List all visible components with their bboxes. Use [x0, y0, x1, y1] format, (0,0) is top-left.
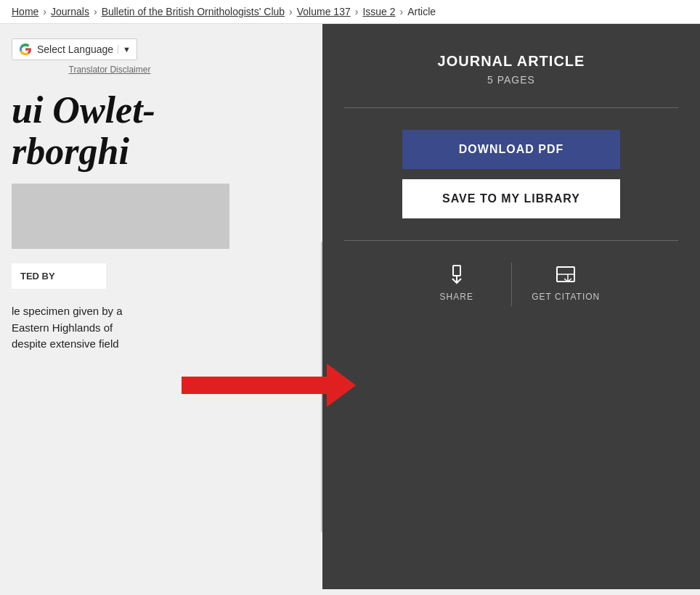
translate-dropdown-arrow: ▼	[118, 45, 131, 54]
breadcrumb-sep-1: ›	[43, 6, 46, 17]
article-body-text: le specimen given by a Eastern Highlands…	[12, 303, 309, 353]
breadcrumb-article: Article	[407, 6, 436, 17]
google-logo	[18, 42, 33, 57]
svg-rect-0	[453, 266, 460, 276]
breadcrumb-sep-2: ›	[94, 6, 97, 17]
breadcrumb-sep-5: ›	[400, 6, 404, 17]
article-title-line2: rborghi	[12, 131, 129, 172]
body-line3: despite extensive field	[12, 336, 309, 353]
body-line2: Eastern Highlands of	[12, 320, 309, 337]
breadcrumb-home[interactable]: Home	[12, 6, 38, 17]
breadcrumb: Home › Journals › Bulletin of the Britis…	[0, 0, 700, 24]
main-layout: Select Language ▼ Translator Disclaimer …	[0, 24, 700, 589]
pages-label: 5 PAGES	[487, 74, 535, 86]
share-label: SHARE	[440, 292, 473, 302]
breadcrumb-sep-4: ›	[355, 6, 359, 17]
share-action[interactable]: SHARE	[402, 263, 511, 302]
breadcrumb-issue[interactable]: Issue 2	[362, 6, 395, 17]
cited-by-section: TED BY	[12, 263, 106, 289]
breadcrumb-journal-name[interactable]: Bulletin of the British Ornithologists' …	[102, 6, 285, 17]
left-panel: Select Language ▼ Translator Disclaimer …	[0, 24, 321, 589]
content-placeholder-block	[12, 184, 229, 249]
translator-disclaimer-link[interactable]: Translator Disclaimer	[12, 65, 208, 75]
breadcrumb-volume[interactable]: Volume 137	[297, 6, 351, 17]
divider-top	[344, 107, 678, 108]
translate-label: Select Language	[37, 44, 113, 55]
action-row: SHARE GET CITATION	[402, 263, 620, 306]
article-title: ui Owlet- rborghi	[12, 89, 309, 172]
divider-bottom	[344, 240, 678, 241]
share-icon	[445, 263, 468, 286]
citation-icon	[554, 263, 577, 286]
cited-by-label: TED BY	[20, 271, 55, 282]
body-line1: le specimen given by a	[12, 303, 309, 320]
right-panel: JOURNAL ARTICLE 5 PAGES DOWNLOAD PDF SAV…	[322, 24, 700, 589]
breadcrumb-sep-3: ›	[289, 6, 293, 17]
breadcrumb-journals[interactable]: Journals	[51, 6, 89, 17]
article-type-label: JOURNAL ARTICLE	[438, 53, 585, 70]
citation-label: GET CITATION	[532, 292, 600, 302]
citation-action[interactable]: GET CITATION	[512, 263, 621, 302]
translate-widget[interactable]: Select Language ▼	[12, 38, 137, 60]
article-title-line1: ui Owlet-	[12, 89, 155, 131]
download-pdf-button[interactable]: DOWNLOAD PDF	[402, 130, 620, 169]
save-to-library-button[interactable]: SAVE TO MY LIBRARY	[402, 179, 620, 218]
